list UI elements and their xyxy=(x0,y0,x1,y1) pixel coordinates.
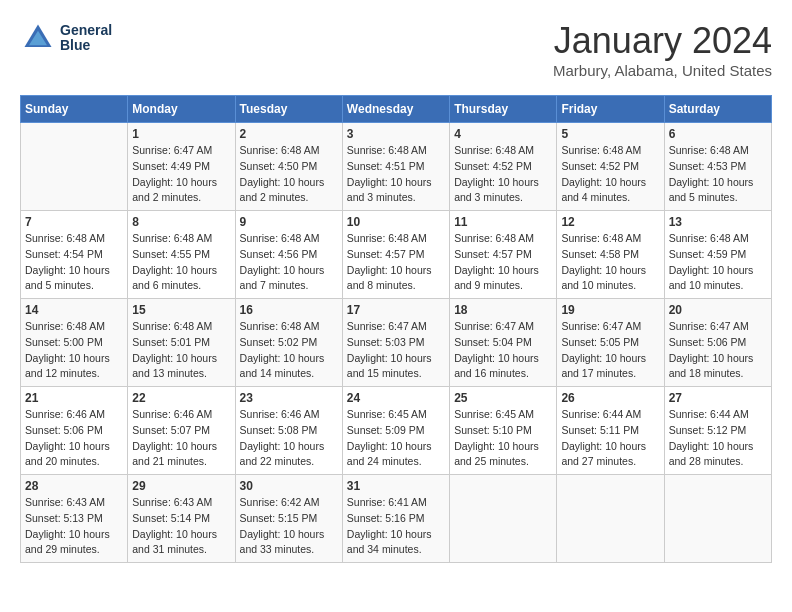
day-number: 20 xyxy=(669,303,767,317)
day-number: 12 xyxy=(561,215,659,229)
day-number: 16 xyxy=(240,303,338,317)
day-number: 5 xyxy=(561,127,659,141)
day-info: Sunrise: 6:43 AMSunset: 5:14 PMDaylight:… xyxy=(132,495,230,558)
header-day: Thursday xyxy=(450,96,557,123)
day-number: 8 xyxy=(132,215,230,229)
header-day: Wednesday xyxy=(342,96,449,123)
calendar-cell: 15Sunrise: 6:48 AMSunset: 5:01 PMDayligh… xyxy=(128,299,235,387)
day-info: Sunrise: 6:48 AMSunset: 4:57 PMDaylight:… xyxy=(347,231,445,294)
day-number: 23 xyxy=(240,391,338,405)
header-row: SundayMondayTuesdayWednesdayThursdayFrid… xyxy=(21,96,772,123)
day-info: Sunrise: 6:48 AMSunset: 5:02 PMDaylight:… xyxy=(240,319,338,382)
calendar-cell: 7Sunrise: 6:48 AMSunset: 4:54 PMDaylight… xyxy=(21,211,128,299)
day-info: Sunrise: 6:48 AMSunset: 4:52 PMDaylight:… xyxy=(454,143,552,206)
day-number: 13 xyxy=(669,215,767,229)
day-info: Sunrise: 6:46 AMSunset: 5:06 PMDaylight:… xyxy=(25,407,123,470)
calendar-cell xyxy=(21,123,128,211)
day-info: Sunrise: 6:42 AMSunset: 5:15 PMDaylight:… xyxy=(240,495,338,558)
day-number: 31 xyxy=(347,479,445,493)
header-day: Tuesday xyxy=(235,96,342,123)
calendar-cell: 28Sunrise: 6:43 AMSunset: 5:13 PMDayligh… xyxy=(21,475,128,563)
day-number: 6 xyxy=(669,127,767,141)
day-info: Sunrise: 6:48 AMSunset: 4:51 PMDaylight:… xyxy=(347,143,445,206)
calendar-cell: 13Sunrise: 6:48 AMSunset: 4:59 PMDayligh… xyxy=(664,211,771,299)
calendar-cell: 14Sunrise: 6:48 AMSunset: 5:00 PMDayligh… xyxy=(21,299,128,387)
day-info: Sunrise: 6:48 AMSunset: 4:53 PMDaylight:… xyxy=(669,143,767,206)
day-number: 29 xyxy=(132,479,230,493)
day-info: Sunrise: 6:48 AMSunset: 4:58 PMDaylight:… xyxy=(561,231,659,294)
calendar-cell: 17Sunrise: 6:47 AMSunset: 5:03 PMDayligh… xyxy=(342,299,449,387)
day-number: 21 xyxy=(25,391,123,405)
header-day: Sunday xyxy=(21,96,128,123)
calendar-cell: 2Sunrise: 6:48 AMSunset: 4:50 PMDaylight… xyxy=(235,123,342,211)
main-title: January 2024 xyxy=(553,20,772,62)
logo-line1: General xyxy=(60,23,112,38)
day-info: Sunrise: 6:46 AMSunset: 5:08 PMDaylight:… xyxy=(240,407,338,470)
calendar-cell: 9Sunrise: 6:48 AMSunset: 4:56 PMDaylight… xyxy=(235,211,342,299)
day-number: 4 xyxy=(454,127,552,141)
calendar-cell: 10Sunrise: 6:48 AMSunset: 4:57 PMDayligh… xyxy=(342,211,449,299)
calendar-cell: 31Sunrise: 6:41 AMSunset: 5:16 PMDayligh… xyxy=(342,475,449,563)
day-number: 19 xyxy=(561,303,659,317)
calendar-cell: 20Sunrise: 6:47 AMSunset: 5:06 PMDayligh… xyxy=(664,299,771,387)
day-info: Sunrise: 6:48 AMSunset: 5:00 PMDaylight:… xyxy=(25,319,123,382)
day-number: 2 xyxy=(240,127,338,141)
calendar-week-row: 14Sunrise: 6:48 AMSunset: 5:00 PMDayligh… xyxy=(21,299,772,387)
day-info: Sunrise: 6:48 AMSunset: 5:01 PMDaylight:… xyxy=(132,319,230,382)
calendar-cell: 23Sunrise: 6:46 AMSunset: 5:08 PMDayligh… xyxy=(235,387,342,475)
calendar-cell: 3Sunrise: 6:48 AMSunset: 4:51 PMDaylight… xyxy=(342,123,449,211)
calendar-cell: 6Sunrise: 6:48 AMSunset: 4:53 PMDaylight… xyxy=(664,123,771,211)
day-info: Sunrise: 6:46 AMSunset: 5:07 PMDaylight:… xyxy=(132,407,230,470)
calendar-cell: 27Sunrise: 6:44 AMSunset: 5:12 PMDayligh… xyxy=(664,387,771,475)
title-block: January 2024 Marbury, Alabama, United St… xyxy=(553,20,772,79)
subtitle: Marbury, Alabama, United States xyxy=(553,62,772,79)
calendar-cell: 12Sunrise: 6:48 AMSunset: 4:58 PMDayligh… xyxy=(557,211,664,299)
calendar-week-row: 7Sunrise: 6:48 AMSunset: 4:54 PMDaylight… xyxy=(21,211,772,299)
header-day: Saturday xyxy=(664,96,771,123)
day-number: 24 xyxy=(347,391,445,405)
calendar-cell: 8Sunrise: 6:48 AMSunset: 4:55 PMDaylight… xyxy=(128,211,235,299)
day-number: 28 xyxy=(25,479,123,493)
calendar-week-row: 28Sunrise: 6:43 AMSunset: 5:13 PMDayligh… xyxy=(21,475,772,563)
calendar-cell xyxy=(450,475,557,563)
day-info: Sunrise: 6:41 AMSunset: 5:16 PMDaylight:… xyxy=(347,495,445,558)
calendar-cell: 30Sunrise: 6:42 AMSunset: 5:15 PMDayligh… xyxy=(235,475,342,563)
calendar-cell: 22Sunrise: 6:46 AMSunset: 5:07 PMDayligh… xyxy=(128,387,235,475)
day-number: 18 xyxy=(454,303,552,317)
logo-text: General Blue xyxy=(60,23,112,54)
calendar-cell: 21Sunrise: 6:46 AMSunset: 5:06 PMDayligh… xyxy=(21,387,128,475)
day-info: Sunrise: 6:48 AMSunset: 4:52 PMDaylight:… xyxy=(561,143,659,206)
day-number: 30 xyxy=(240,479,338,493)
day-info: Sunrise: 6:48 AMSunset: 4:54 PMDaylight:… xyxy=(25,231,123,294)
calendar-cell: 1Sunrise: 6:47 AMSunset: 4:49 PMDaylight… xyxy=(128,123,235,211)
day-number: 17 xyxy=(347,303,445,317)
calendar-cell: 29Sunrise: 6:43 AMSunset: 5:14 PMDayligh… xyxy=(128,475,235,563)
day-number: 25 xyxy=(454,391,552,405)
calendar-body: 1Sunrise: 6:47 AMSunset: 4:49 PMDaylight… xyxy=(21,123,772,563)
day-info: Sunrise: 6:47 AMSunset: 5:06 PMDaylight:… xyxy=(669,319,767,382)
calendar-cell: 5Sunrise: 6:48 AMSunset: 4:52 PMDaylight… xyxy=(557,123,664,211)
day-info: Sunrise: 6:48 AMSunset: 4:55 PMDaylight:… xyxy=(132,231,230,294)
day-info: Sunrise: 6:47 AMSunset: 5:03 PMDaylight:… xyxy=(347,319,445,382)
day-info: Sunrise: 6:45 AMSunset: 5:10 PMDaylight:… xyxy=(454,407,552,470)
calendar-table: SundayMondayTuesdayWednesdayThursdayFrid… xyxy=(20,95,772,563)
header-day: Monday xyxy=(128,96,235,123)
day-info: Sunrise: 6:45 AMSunset: 5:09 PMDaylight:… xyxy=(347,407,445,470)
calendar-week-row: 21Sunrise: 6:46 AMSunset: 5:06 PMDayligh… xyxy=(21,387,772,475)
header-day: Friday xyxy=(557,96,664,123)
day-info: Sunrise: 6:48 AMSunset: 4:59 PMDaylight:… xyxy=(669,231,767,294)
day-info: Sunrise: 6:47 AMSunset: 5:05 PMDaylight:… xyxy=(561,319,659,382)
day-info: Sunrise: 6:44 AMSunset: 5:11 PMDaylight:… xyxy=(561,407,659,470)
day-info: Sunrise: 6:48 AMSunset: 4:57 PMDaylight:… xyxy=(454,231,552,294)
day-info: Sunrise: 6:43 AMSunset: 5:13 PMDaylight:… xyxy=(25,495,123,558)
day-number: 1 xyxy=(132,127,230,141)
calendar-cell: 24Sunrise: 6:45 AMSunset: 5:09 PMDayligh… xyxy=(342,387,449,475)
day-number: 9 xyxy=(240,215,338,229)
day-info: Sunrise: 6:47 AMSunset: 4:49 PMDaylight:… xyxy=(132,143,230,206)
calendar-cell xyxy=(557,475,664,563)
calendar-cell xyxy=(664,475,771,563)
day-info: Sunrise: 6:48 AMSunset: 4:56 PMDaylight:… xyxy=(240,231,338,294)
calendar-header: SundayMondayTuesdayWednesdayThursdayFrid… xyxy=(21,96,772,123)
day-number: 22 xyxy=(132,391,230,405)
day-number: 7 xyxy=(25,215,123,229)
